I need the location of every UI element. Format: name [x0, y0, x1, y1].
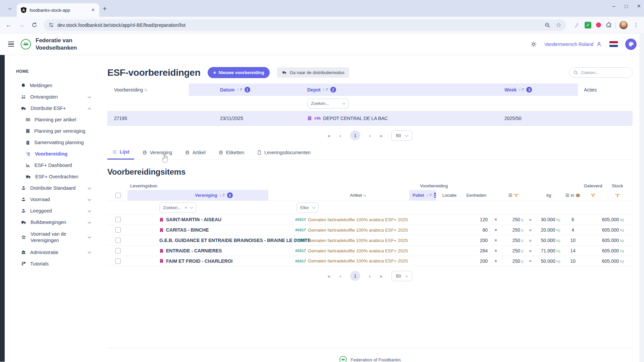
- page-scrollbar[interactable]: [639, 34, 644, 362]
- sidebar-item-esf-overdrachten[interactable]: ESF+ Overdrachten: [5, 171, 99, 182]
- row-checkbox[interactable]: [115, 227, 121, 233]
- row-checkbox[interactable]: [115, 238, 121, 243]
- check-extension-icon[interactable]: ✓: [585, 22, 591, 28]
- item-row[interactable]: ENTRAIDE - CARNIERES #0317Gemalen fairtr…: [107, 245, 633, 256]
- theme-toggle-sun-icon[interactable]: [530, 41, 537, 48]
- sidebar-item-samenvatting-planning[interactable]: Samenvatting planning: [5, 137, 99, 148]
- chrome-menu-icon[interactable]: ⋮: [631, 22, 641, 28]
- sidebar-item-voorraad-verenigingen[interactable]: Voorraad van de Verenigingen: [5, 228, 99, 247]
- extensions-puzzle-icon[interactable]: [606, 22, 612, 28]
- last-page-button[interactable]: »: [380, 133, 383, 138]
- hamburger-menu-icon[interactable]: [7, 40, 15, 48]
- tab-vereniging[interactable]: Vereniging: [138, 146, 177, 160]
- article-cell[interactable]: #0317Gemalen fairtradekoffie 100% arabic…: [268, 256, 409, 266]
- window-minimize-button[interactable]: ─: [612, 4, 615, 9]
- item-row[interactable]: FAIM ET FROID - CHARLEROI #0317Gemalen f…: [107, 256, 633, 266]
- sidebar-item-planning-per-artikel[interactable]: Planning per artikel: [5, 114, 99, 125]
- global-search[interactable]: [569, 67, 633, 78]
- sidebar-item-ontvangsten[interactable]: Ontvangsten: [5, 91, 99, 103]
- sidebar-item-meldingen[interactable]: Meldingen: [5, 80, 99, 91]
- sidebar-item-voorraad[interactable]: Voorraad: [5, 194, 99, 205]
- article-cell[interactable]: #0317Gemalen fairtradekoffie 100% arabic…: [268, 225, 409, 235]
- user-name[interactable]: Vandermeersch Roland: [544, 42, 593, 47]
- col-header-voorbereiding[interactable]: Voorbereiding ↑↓: [107, 83, 189, 96]
- sidebar-item-voorbereiding[interactable]: Voorbereiding: [5, 148, 99, 160]
- clear-filter-icon[interactable]: ×: [184, 205, 187, 210]
- sidebar-item-tutorials[interactable]: Tutorials: [5, 258, 99, 269]
- first-page-button[interactable]: «: [328, 133, 331, 138]
- depot-filter-dropdown[interactable]: Zoeken...: [307, 99, 349, 109]
- item-row[interactable]: G.E.B. GUIDANCE ET ENTRAIDE BRAINOISES -…: [107, 235, 633, 245]
- sidebar-item-planning-per-vereniging[interactable]: Planning per vereniging: [5, 125, 99, 137]
- page-size-select[interactable]: 50: [391, 130, 412, 141]
- current-page[interactable]: 1: [350, 130, 360, 140]
- sidebar-item-distributie-esf[interactable]: Distributie ESF+: [5, 103, 99, 114]
- record-extension-icon[interactable]: [596, 22, 601, 27]
- browser-tab[interactable]: A foodbanks-stock-app ×: [17, 3, 99, 17]
- vereniging-filter-dropdown[interactable]: Zoeken... ×: [159, 202, 196, 213]
- col-header-datum[interactable]: Datum↑ 1: [189, 83, 295, 96]
- tab-etiketten[interactable]: Etiketten: [214, 146, 249, 160]
- bookmark-star-icon[interactable]: ☆: [556, 21, 561, 29]
- col-header-pallet[interactable]: Pallet↑ 1: [409, 190, 436, 200]
- item-row[interactable]: SAINT-MARTIN - AISEAU #0317Gemalen fairt…: [107, 214, 633, 225]
- sidebar-item-administratie[interactable]: Administratie: [5, 247, 99, 258]
- back-button[interactable]: ←: [3, 20, 14, 31]
- tab-leveringsdocumenten[interactable]: Leveringsdocumenten: [252, 146, 315, 160]
- prev-page-button[interactable]: ‹: [339, 133, 341, 138]
- address-bar[interactable]: dev.stock.foodbanksit.be/stock/app/nl-BE…: [44, 19, 566, 31]
- association-cell[interactable]: FAIM ET FROID - CHARLEROI: [127, 256, 268, 266]
- association-cell[interactable]: SAINT-MARTIN - AISEAU: [127, 215, 268, 225]
- site-info-icon[interactable]: [48, 22, 54, 28]
- distribution-mode-button[interactable]: Ga naar de distributiemodus: [277, 67, 349, 78]
- col-header-vereniging[interactable]: Vereniging↑ 0: [127, 190, 268, 200]
- next-page-button[interactable]: ›: [369, 133, 371, 138]
- article-cell[interactable]: #0317Gemalen fairtradekoffie 100% arabic…: [268, 235, 409, 245]
- item-row[interactable]: CARITAS - BINCHE #0317Gemalen fairtradek…: [107, 225, 633, 235]
- current-page[interactable]: 1: [350, 271, 360, 281]
- sidebar-item-leeggoed[interactable]: Leeggoed: [5, 205, 99, 217]
- col-header-artikel[interactable]: Artikel ↑↓: [268, 190, 409, 200]
- user-menu[interactable]: Vandermeersch Roland: [544, 41, 602, 47]
- next-page-button[interactable]: ›: [369, 273, 371, 279]
- tab-search-button[interactable]: [5, 3, 15, 13]
- select-all-checkbox[interactable]: [115, 193, 121, 198]
- wand-extension-icon[interactable]: [574, 22, 580, 28]
- page-size-select[interactable]: 50: [391, 271, 412, 281]
- col-header-week[interactable]: Week↑ 3: [486, 83, 578, 96]
- reload-button[interactable]: [29, 20, 40, 31]
- new-tab-button[interactable]: +: [103, 5, 107, 13]
- window-maximize-button[interactable]: □: [625, 3, 628, 9]
- language-flag-nl[interactable]: [609, 41, 618, 47]
- sort-asc-icon: ↑: [426, 193, 428, 198]
- article-cell[interactable]: #0317Gemalen fairtradekoffie 100% arabic…: [268, 215, 409, 225]
- theme-palette-button[interactable]: [625, 39, 637, 50]
- zoom-out-icon[interactable]: [544, 22, 550, 28]
- preparation-row[interactable]: 27195 23/11/2025 #95 DEPOT CENTRAL DE LA…: [107, 111, 633, 126]
- artikel-filter-dropdown[interactable]: Elke: [297, 202, 319, 213]
- profile-avatar[interactable]: [619, 21, 628, 29]
- window-close-button[interactable]: ×: [637, 3, 641, 10]
- url-text[interactable]: dev.stock.foodbanksit.be/stock/app/nl-BE…: [57, 22, 185, 28]
- last-page-button[interactable]: »: [380, 273, 383, 279]
- sidebar-item-distributie-standaard[interactable]: Distributie Standaard: [5, 182, 99, 194]
- association-cell[interactable]: CARITAS - BINCHE: [127, 225, 268, 235]
- forward-button[interactable]: →: [16, 20, 27, 31]
- row-checkbox[interactable]: [115, 217, 121, 222]
- association-cell[interactable]: G.E.B. GUIDANCE ET ENTRAIDE BRAINOISES -…: [127, 235, 268, 245]
- search-input[interactable]: [581, 70, 621, 75]
- association-cell[interactable]: ENTRAIDE - CARNIERES: [127, 246, 268, 256]
- article-cell[interactable]: #0317Gemalen fairtradekoffie 100% arabic…: [268, 246, 409, 256]
- prev-page-button[interactable]: ‹: [339, 273, 341, 279]
- new-preparation-button[interactable]: + Nieuwe voorbereiding: [208, 67, 269, 78]
- tab-lijst[interactable]: Lijst: [107, 146, 134, 160]
- row-checkbox[interactable]: [115, 248, 121, 253]
- tab-close-icon[interactable]: ×: [90, 7, 96, 13]
- col-header-depot[interactable]: Depot↑ 2: [295, 83, 486, 96]
- sidebar-item-esf-dashboard[interactable]: ESF+ Dashboard: [5, 160, 99, 171]
- sidebar-item-bulkbewegingen[interactable]: Bulkbewegingen: [5, 217, 99, 228]
- prep-id[interactable]: 27195: [107, 111, 189, 125]
- row-checkbox[interactable]: [115, 258, 121, 264]
- first-page-button[interactable]: «: [328, 273, 331, 279]
- tab-artikel[interactable]: Artikel: [180, 146, 210, 160]
